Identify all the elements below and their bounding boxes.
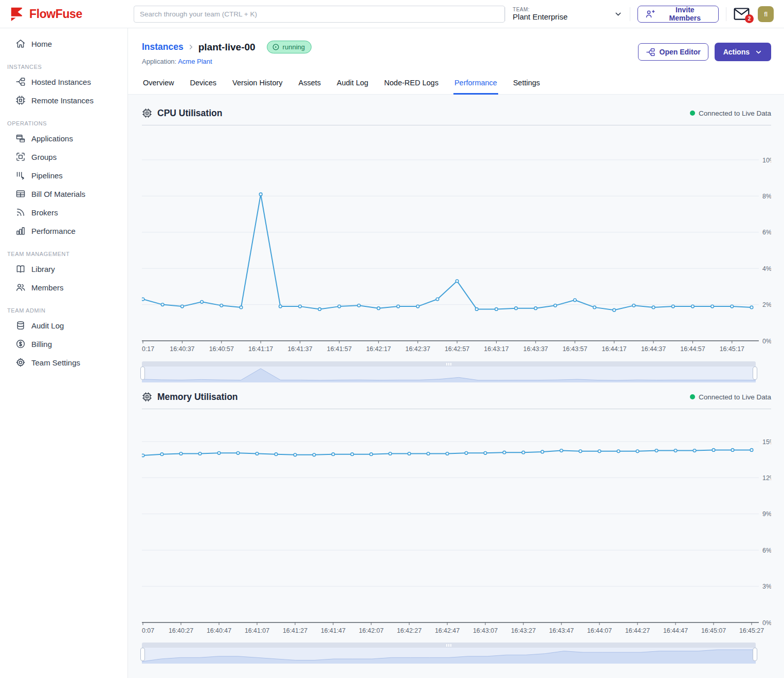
- audit-log-icon: [15, 320, 26, 331]
- svg-text:2%: 2%: [762, 301, 771, 308]
- svg-text:16:40:47: 16:40:47: [207, 627, 231, 634]
- header-divider: [505, 7, 505, 21]
- tab-version-history[interactable]: Version History: [231, 74, 284, 95]
- svg-text:0%: 0%: [762, 619, 771, 627]
- sidebar-item-home[interactable]: Home: [0, 34, 127, 53]
- main-content: Instances plant-live-00 running Applicat…: [128, 28, 784, 678]
- svg-text:16:44:47: 16:44:47: [663, 627, 688, 634]
- charts-area: CPU Utilisation Connected to Live Data 1…: [128, 95, 784, 678]
- svg-text:16:44:57: 16:44:57: [680, 345, 705, 353]
- avatar[interactable]: fl: [758, 6, 774, 22]
- chevron-down-icon: [614, 10, 623, 19]
- svg-text:16:40:37: 16:40:37: [170, 345, 194, 353]
- sidebar-item-hosted-instances[interactable]: Hosted Instances: [0, 72, 127, 91]
- tab-devices[interactable]: Devices: [189, 74, 217, 95]
- sidebar-item-billing[interactable]: Billing: [0, 335, 127, 353]
- sidebar-section-instances: INSTANCES: [7, 64, 127, 70]
- sidebar-item-label: Team Settings: [31, 358, 80, 367]
- flowfuse-logo[interactable]: FlowFuse: [9, 6, 127, 22]
- sidebar-item-brokers[interactable]: Brokers: [0, 203, 127, 222]
- memory-chart[interactable]: 15%12%9%6%3%0%0:0716:40:2716:40:4716:41:…: [142, 409, 771, 638]
- sidebar-item-label: Remote Instances: [31, 96, 94, 105]
- sidebar-section-operations: OPERATIONS: [7, 120, 127, 126]
- open-editor-button[interactable]: Open Editor: [638, 43, 708, 61]
- cpu-chart-section: CPU Utilisation Connected to Live Data 1…: [142, 106, 771, 382]
- navigator-preview[interactable]: [142, 367, 756, 382]
- svg-text:16:41:37: 16:41:37: [287, 345, 312, 353]
- cpu-chart[interactable]: 10%8%6%4%2%0%0:1716:40:3716:40:5716:41:1…: [142, 125, 771, 357]
- sidebar-item-label: Groups: [31, 153, 57, 161]
- navigator-handle-right[interactable]: [753, 648, 757, 661]
- library-icon: [15, 264, 26, 274]
- chip-icon: [142, 392, 152, 402]
- sidebar-item-members[interactable]: Members: [0, 278, 127, 297]
- svg-text:9%: 9%: [762, 510, 771, 518]
- svg-text:16:43:17: 16:43:17: [484, 345, 508, 353]
- grip-icon: [446, 644, 451, 647]
- sidebar-item-bill-of-materials[interactable]: Bill Of Materials: [0, 185, 127, 203]
- sidebar-item-label: Performance: [31, 227, 76, 235]
- sidebar-item-remote-instances[interactable]: Remote Instances: [0, 91, 127, 109]
- actions-button[interactable]: Actions: [715, 43, 771, 61]
- tab-performance[interactable]: Performance: [453, 74, 498, 95]
- sidebar-item-label: Brokers: [31, 208, 58, 217]
- tab-node-red-logs[interactable]: Node-RED Logs: [383, 74, 440, 95]
- user-plus-icon: [645, 9, 655, 19]
- sidebar-item-label: Members: [31, 283, 64, 292]
- application-link[interactable]: Acme Plant: [178, 58, 212, 65]
- navigator-drag-bar[interactable]: [142, 361, 756, 367]
- invite-members-button[interactable]: Invite Members: [637, 6, 719, 23]
- sidebar-item-pipelines[interactable]: Pipelines: [0, 166, 127, 185]
- team-selector[interactable]: TEAM: Plant Enterprise: [513, 7, 622, 22]
- tab-audit-log[interactable]: Audit Log: [336, 74, 369, 95]
- search-input[interactable]: [134, 6, 505, 23]
- cpu-chart-navigator[interactable]: [142, 361, 756, 382]
- sidebar-item-performance[interactable]: Performance: [0, 222, 127, 240]
- team-name: Plant Enterprise: [513, 12, 568, 21]
- svg-text:15%: 15%: [762, 438, 771, 446]
- svg-text:6%: 6%: [762, 229, 771, 236]
- groups-icon: [15, 152, 26, 162]
- sidebar-section-team-management: TEAM MANAGEMENT: [7, 251, 127, 257]
- memory-chart-navigator[interactable]: [142, 643, 756, 664]
- breadcrumb: Instances plant-live-00 running: [142, 41, 312, 53]
- navigator-drag-bar[interactable]: [142, 643, 756, 648]
- svg-text:0%: 0%: [762, 338, 771, 345]
- sidebar-item-team-settings[interactable]: Team Settings: [0, 353, 127, 372]
- sidebar-item-groups[interactable]: Groups: [0, 148, 127, 166]
- sidebar-item-library[interactable]: Library: [0, 260, 127, 278]
- svg-text:16:45:07: 16:45:07: [701, 627, 726, 634]
- tab-settings[interactable]: Settings: [512, 74, 541, 95]
- svg-text:0:17: 0:17: [142, 345, 154, 353]
- navigator-handle-right[interactable]: [753, 367, 757, 380]
- svg-text:16:42:47: 16:42:47: [435, 627, 460, 634]
- notifications-button[interactable]: 2: [734, 7, 750, 21]
- svg-text:16:40:57: 16:40:57: [209, 345, 234, 353]
- brokers-icon: [15, 207, 26, 217]
- sidebar-item-applications[interactable]: Applications: [0, 129, 127, 148]
- sidebar-item-label: Applications: [31, 134, 73, 143]
- svg-text:16:41:17: 16:41:17: [248, 345, 273, 353]
- play-circle-icon: [272, 43, 280, 51]
- svg-text:16:41:57: 16:41:57: [327, 345, 352, 353]
- navigator-handle-left[interactable]: [140, 648, 145, 661]
- svg-text:8%: 8%: [762, 193, 771, 200]
- sidebar-item-audit-log[interactable]: Audit Log: [0, 316, 127, 335]
- chevron-down-icon: [755, 48, 762, 56]
- svg-text:16:44:07: 16:44:07: [587, 627, 612, 634]
- navigator-handle-left[interactable]: [140, 367, 145, 380]
- svg-text:16:44:17: 16:44:17: [602, 345, 627, 353]
- memory-live-status: Connected to Live Data: [690, 393, 771, 401]
- svg-text:16:45:17: 16:45:17: [720, 345, 744, 353]
- flowfuse-logo-icon: [9, 6, 25, 22]
- breadcrumb-instances-link[interactable]: Instances: [142, 42, 184, 52]
- application-row: Application: Acme Plant: [142, 58, 312, 65]
- navigator-preview[interactable]: [142, 648, 756, 664]
- tab-overview[interactable]: Overview: [142, 74, 175, 95]
- remote-instances-icon: [15, 95, 26, 105]
- tab-assets[interactable]: Assets: [298, 74, 322, 95]
- home-icon: [15, 39, 26, 49]
- sidebar-item-label: Bill Of Materials: [31, 190, 85, 198]
- cpu-chart-title: CPU Utilisation: [142, 108, 222, 119]
- hosted-instances-icon: [15, 77, 26, 87]
